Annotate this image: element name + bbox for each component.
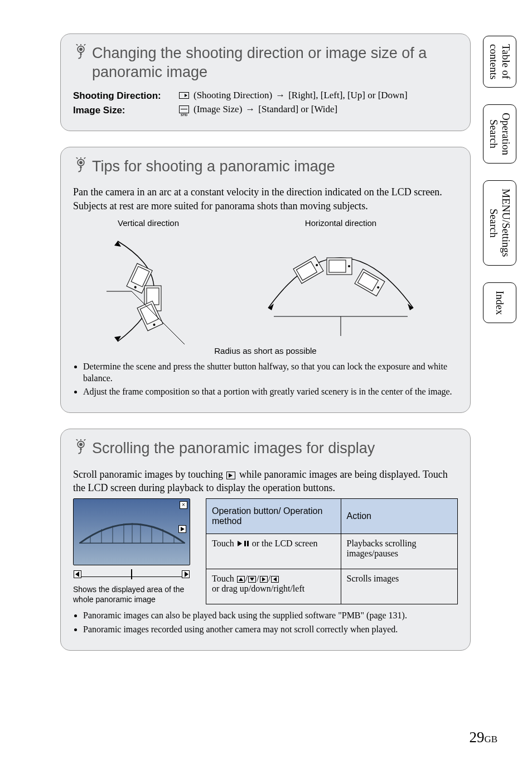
right-icon <box>260 576 268 583</box>
size-icon: STD <box>179 105 189 113</box>
radius-label: Radius as short as possible <box>73 346 458 355</box>
svg-marker-12 <box>114 241 121 247</box>
close-icon[interactable]: × <box>180 501 187 509</box>
page-num-val: 29 <box>469 729 484 746</box>
table-row: Touch or the LCD screen Playbacks scroll… <box>206 534 458 569</box>
tip-bullets: Determine the scene and press the shutte… <box>83 361 458 398</box>
page-region: GB <box>484 734 497 744</box>
hint-icon <box>73 44 89 65</box>
card-scrolling: Scrolling the panoramic images for displ… <box>60 429 471 650</box>
svg-point-1 <box>79 47 83 51</box>
bridge-icon <box>79 521 185 544</box>
diagram-row: Vertical direction Horizontal direction <box>73 218 458 347</box>
play-pause-icon <box>238 541 249 547</box>
table-cell: Playbacks scrolling images/pauses <box>341 534 457 569</box>
play-icon <box>226 472 235 479</box>
bullet-item: Adjust the frame composition so that a p… <box>83 386 458 398</box>
hint-icon <box>73 157 89 178</box>
up-icon <box>237 576 245 583</box>
card-title-text: Scrolling the panoramic images for displ… <box>92 439 458 458</box>
thumb-column: × Shows the displayed area of the whole … <box>73 498 190 604</box>
def-label: Image Size: <box>73 105 173 116</box>
svg-point-40 <box>79 443 83 446</box>
left-icon <box>271 576 279 583</box>
svg-line-9 <box>84 157 85 158</box>
table-cell: Touch or the LCD screen <box>206 534 341 569</box>
diagram-vertical: Vertical direction <box>101 218 196 347</box>
scroll-intro: Scroll panoramic images by touching whil… <box>73 468 458 495</box>
bullet-item: Panoramic images can also be played back… <box>83 610 458 622</box>
tab-menu-settings-search[interactable]: MENU/SettingsSearch <box>483 180 516 265</box>
page-number: 29GB <box>469 729 497 746</box>
table-header: Operation button/ Operation method <box>206 498 341 534</box>
svg-line-3 <box>84 44 85 45</box>
def-val-pre: (Image Size) <box>194 104 242 115</box>
svg-line-42 <box>84 439 85 440</box>
bullet-item: Determine the scene and press the shutte… <box>83 361 458 385</box>
tab-table-of-contents[interactable]: Table ofcontents <box>483 36 516 88</box>
card-title: Tips for shooting a panoramic image <box>73 157 458 178</box>
direction-icon <box>179 92 189 99</box>
horizontal-arc-svg <box>252 230 430 342</box>
svg-marker-13 <box>114 336 121 342</box>
def-val: STD (Image Size) → [Standard] or [Wide] <box>179 104 337 115</box>
scroll-left-icon[interactable] <box>74 570 81 578</box>
card-title-text: Tips for shooting a panoramic image <box>92 157 458 176</box>
table-cell: Scrolls images <box>341 569 457 604</box>
tab-operation-search[interactable]: OperationSearch <box>483 104 516 164</box>
def-val-post: [Right], [Left], [Up] or [Down] <box>288 90 407 101</box>
diagram-label: Horizontal direction <box>305 218 376 228</box>
tab-index[interactable]: Index <box>483 282 516 323</box>
diagram-horizontal: Horizontal direction <box>252 218 430 347</box>
def-val: (Shooting Direction) → [Right], [Left], … <box>179 90 408 101</box>
card-title: Scrolling the panoramic images for displ… <box>73 439 458 460</box>
operation-table: Operation button/ Operation method Actio… <box>206 498 458 604</box>
card-tips: Tips for shooting a panoramic image Pan … <box>60 147 471 414</box>
vertical-arc-svg <box>101 230 196 347</box>
table-header: Action <box>341 498 457 534</box>
svg-line-8 <box>76 157 78 158</box>
def-label: Shooting Direction: <box>73 90 173 102</box>
hint-icon <box>73 439 89 460</box>
intro-pre: Scroll panoramic images by touching <box>73 469 225 480</box>
table-cell: Touch /// or drag up/down/right/left <box>206 569 341 604</box>
def-row-direction: Shooting Direction: (Shooting Direction)… <box>73 90 458 102</box>
svg-point-7 <box>79 161 83 164</box>
thumb-caption: Shows the displayed area of the whole pa… <box>73 584 190 604</box>
diagram-label: Vertical direction <box>118 218 179 228</box>
def-val-post: [Standard] or [Wide] <box>258 104 337 115</box>
tips-body: Pan the camera in an arc at a constant v… <box>73 185 458 213</box>
card-title-text: Changing the shooting direction or image… <box>92 44 458 82</box>
table-row: Touch /// or drag up/down/right/left Scr… <box>206 569 458 604</box>
panorama-thumbnail: × <box>73 498 190 565</box>
bullet-item: Panoramic images recorded using another … <box>83 624 458 636</box>
svg-line-2 <box>76 44 78 45</box>
down-icon <box>248 576 256 583</box>
arrow-icon: → <box>275 90 285 101</box>
svg-line-41 <box>76 439 78 440</box>
indicator-marker <box>131 569 132 579</box>
def-val-pre: (Shooting Direction) <box>194 90 272 101</box>
def-row-size: Image Size: STD (Image Size) → [Standard… <box>73 104 458 116</box>
scroll-bullets: Panoramic images can also be played back… <box>83 610 458 636</box>
svg-rect-31 <box>329 260 346 272</box>
svg-point-32 <box>348 265 350 267</box>
arrow-icon: → <box>245 104 255 115</box>
card-title: Changing the shooting direction or image… <box>73 44 458 82</box>
scroll-right-icon[interactable] <box>182 570 190 578</box>
card-change-direction: Changing the shooting direction or image… <box>60 33 471 131</box>
